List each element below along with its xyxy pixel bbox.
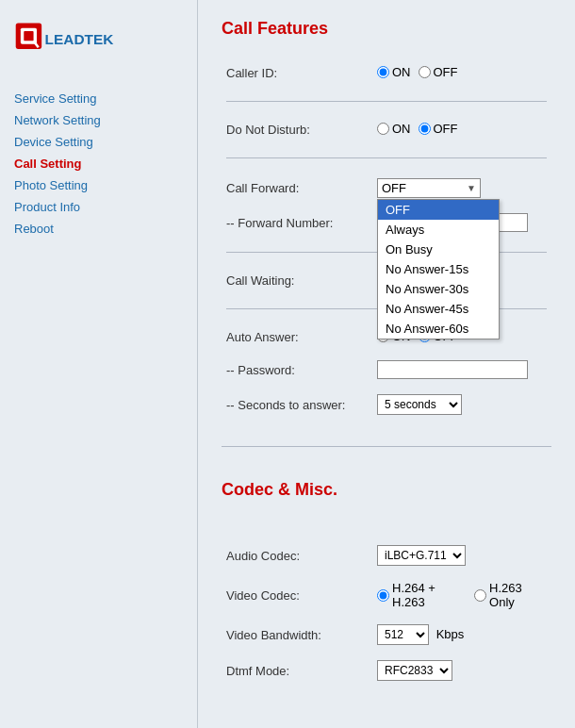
sidebar-item-service-setting[interactable]: Service Setting bbox=[0, 88, 197, 109]
caller-id-radio-group: ON OFF bbox=[377, 65, 458, 79]
dnd-off-label: OFF bbox=[434, 122, 458, 136]
call-features-title: Call Features bbox=[222, 19, 551, 43]
sidebar-item-photo-setting[interactable]: Photo Setting bbox=[0, 174, 197, 196]
sidebar-item-device-setting[interactable]: Device Setting bbox=[0, 131, 197, 153]
password-input[interactable] bbox=[377, 360, 528, 379]
call-forward-selected: OFF bbox=[382, 181, 406, 195]
call-forward-option-no-answer-30[interactable]: No Answer-30s bbox=[378, 279, 499, 299]
seconds-to-answer-label: -- Seconds to answer: bbox=[222, 387, 372, 422]
video-codec-h264-radio[interactable] bbox=[377, 589, 389, 602]
svg-text:LEADTEK: LEADTEK bbox=[45, 31, 114, 47]
password-row: -- Password: bbox=[222, 353, 551, 387]
video-bandwidth-select[interactable]: 256 384 512 768 1024 bbox=[377, 624, 429, 645]
video-bandwidth-label: Video Bandwidth: bbox=[222, 617, 372, 653]
call-forward-option-always[interactable]: Always bbox=[378, 220, 499, 240]
call-forward-row: Call Forward: OFF ▼ OFF Always bbox=[222, 171, 551, 206]
video-codec-control: H.264 + H.263 H.263 Only bbox=[372, 573, 551, 617]
sidebar-nav: Service Setting Network Setting Device S… bbox=[0, 83, 197, 244]
password-control bbox=[372, 353, 551, 387]
caller-id-on-radio[interactable] bbox=[377, 66, 389, 78]
call-forward-option-off[interactable]: OFF bbox=[378, 200, 499, 220]
dtmf-mode-label: Dtmf Mode: bbox=[222, 653, 372, 688]
call-forward-dropdown-container: OFF ▼ OFF Always On Busy No Answer-15s N… bbox=[377, 178, 481, 198]
dnd-on-radio[interactable] bbox=[377, 123, 389, 135]
video-bandwidth-control: 256 384 512 768 1024 Kbps bbox=[372, 617, 551, 653]
call-forward-label: Call Forward: bbox=[222, 171, 372, 206]
seconds-to-answer-row: -- Seconds to answer: 5 seconds 10 secon… bbox=[222, 387, 551, 422]
video-codec-h264-label: H.264 + H.263 bbox=[392, 581, 467, 609]
codec-misc-table: Audio Codec: iLBC+G.711 G.711 G.726 G.72… bbox=[222, 538, 551, 688]
caller-id-on-label: ON bbox=[392, 65, 411, 79]
call-forward-control: OFF ▼ OFF Always On Busy No Answer-15s N… bbox=[372, 171, 551, 206]
caller-id-controls: ON OFF bbox=[372, 58, 551, 89]
sidebar-item-product-info[interactable]: Product Info bbox=[0, 196, 197, 218]
sidebar-item-reboot[interactable]: Reboot bbox=[0, 218, 197, 240]
seconds-to-answer-select[interactable]: 5 seconds 10 seconds 15 seconds 20 secon… bbox=[377, 394, 462, 415]
dnd-on[interactable]: ON bbox=[377, 122, 411, 136]
video-codec-row: Video Codec: H.264 + H.263 H.263 Only bbox=[222, 573, 551, 617]
dnd-row: Do Not Disturb: ON OFF bbox=[222, 114, 551, 145]
call-forward-option-no-answer-45[interactable]: No Answer-45s bbox=[378, 299, 499, 319]
sidebar-item-network-setting[interactable]: Network Setting bbox=[0, 109, 197, 131]
caller-id-off-radio[interactable] bbox=[419, 66, 431, 78]
video-codec-h263[interactable]: H.263 Only bbox=[474, 581, 547, 609]
divider-row-2 bbox=[222, 145, 551, 171]
sidebar-item-call-setting[interactable]: Call Setting bbox=[0, 153, 197, 174]
caller-id-off[interactable]: OFF bbox=[419, 65, 458, 79]
divider-row-1 bbox=[222, 89, 551, 114]
video-codec-radio-group: H.264 + H.263 H.263 Only bbox=[377, 581, 547, 609]
video-codec-h263-radio[interactable] bbox=[474, 589, 486, 602]
dnd-label: Do Not Disturb: bbox=[222, 114, 372, 145]
video-bandwidth-row: Video Bandwidth: 256 384 512 768 1024 Kb… bbox=[222, 617, 551, 653]
audio-codec-select[interactable]: iLBC+G.711 G.711 G.726 G.729 bbox=[377, 545, 466, 566]
dnd-off[interactable]: OFF bbox=[419, 122, 458, 136]
sidebar: LEADTEK Service Setting Network Setting … bbox=[0, 0, 198, 728]
password-label: -- Password: bbox=[222, 353, 372, 387]
logo-container: LEADTEK bbox=[0, 9, 197, 83]
dnd-radio-group: ON OFF bbox=[377, 122, 458, 136]
video-codec-h264[interactable]: H.264 + H.263 bbox=[377, 581, 467, 609]
caller-id-on[interactable]: ON bbox=[377, 65, 411, 79]
caller-id-off-label: OFF bbox=[434, 65, 458, 79]
dnd-on-label: ON bbox=[392, 122, 411, 136]
seconds-to-answer-control: 5 seconds 10 seconds 15 seconds 20 secon… bbox=[372, 387, 551, 422]
codec-misc-section: Codec & Misc. Audio Codec: iLBC+G.711 G.… bbox=[222, 480, 551, 688]
dtmf-mode-control: RFC2833 INFO InBand bbox=[372, 653, 551, 688]
video-codec-label: Video Codec: bbox=[222, 573, 372, 617]
audio-codec-row: Audio Codec: iLBC+G.711 G.711 G.726 G.72… bbox=[222, 538, 551, 573]
dtmf-mode-row: Dtmf Mode: RFC2833 INFO InBand bbox=[222, 653, 551, 688]
call-features-table: Caller ID: ON OFF bbox=[222, 58, 551, 422]
call-waiting-label: Call Waiting: bbox=[222, 265, 372, 296]
video-bandwidth-unit: Kbps bbox=[436, 627, 465, 641]
forward-number-label: -- Forward Number: bbox=[222, 206, 372, 240]
audio-codec-label: Audio Codec: bbox=[222, 538, 372, 573]
auto-answer-label: Auto Answer: bbox=[222, 322, 372, 353]
call-forward-trigger[interactable]: OFF ▼ bbox=[377, 178, 481, 198]
call-forward-option-no-answer-15[interactable]: No Answer-15s bbox=[378, 259, 499, 279]
audio-codec-control: iLBC+G.711 G.711 G.726 G.729 bbox=[372, 538, 551, 573]
dtmf-mode-select[interactable]: RFC2833 INFO InBand bbox=[377, 660, 452, 681]
call-features-section: Call Features Caller ID: ON bbox=[222, 19, 551, 422]
call-forward-dropdown: OFF Always On Busy No Answer-15s No Answ… bbox=[377, 199, 500, 339]
main-content: Call Features Caller ID: ON bbox=[198, 0, 575, 728]
caller-id-row: Caller ID: ON OFF bbox=[222, 58, 551, 89]
codec-misc-title: Codec & Misc. bbox=[222, 480, 551, 505]
svg-rect-2 bbox=[24, 31, 33, 41]
dnd-off-radio[interactable] bbox=[419, 123, 431, 135]
caller-id-label: Caller ID: bbox=[222, 58, 372, 89]
video-codec-h263-label: H.263 Only bbox=[489, 581, 547, 609]
leadtek-logo: LEADTEK bbox=[14, 19, 127, 61]
dnd-controls: ON OFF bbox=[372, 114, 551, 145]
call-forward-option-no-answer-60[interactable]: No Answer-60s bbox=[378, 319, 499, 339]
call-forward-arrow-icon: ▼ bbox=[467, 183, 476, 193]
call-forward-option-on-busy[interactable]: On Busy bbox=[378, 240, 499, 259]
